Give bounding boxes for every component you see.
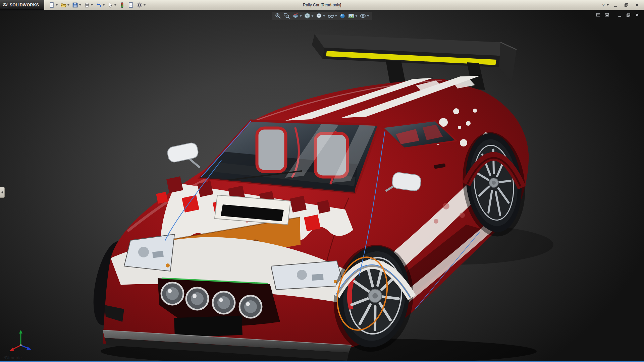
next-document-window-button[interactable]: [603, 12, 610, 18]
dropdown-caret[interactable]: [91, 4, 93, 6]
save-icon: [72, 2, 78, 8]
taskbar-edge: [0, 361, 644, 362]
right-headlight[interactable]: [271, 261, 344, 290]
view-orientation-icon: [304, 13, 311, 19]
dropdown-caret[interactable]: [56, 4, 58, 6]
dropdown-caret[interactable]: [144, 4, 146, 6]
select-button[interactable]: [106, 1, 117, 9]
graphics-area[interactable]: 2012: [0, 10, 644, 361]
main-toolbar: [44, 0, 147, 10]
dropdown-caret[interactable]: [367, 15, 369, 17]
file-properties-icon: [128, 2, 134, 8]
open-document-icon: [60, 2, 66, 8]
dropdown-caret[interactable]: [79, 4, 81, 6]
view-settings-icon: [360, 13, 366, 19]
rally-car-model[interactable]: 2012: [0, 10, 644, 361]
display-style-button[interactable]: [315, 12, 326, 19]
undo-button[interactable]: [95, 1, 106, 9]
solidworks-logo: 3S SOLIDWORKS: [0, 0, 44, 10]
license-plate[interactable]: [174, 315, 243, 337]
save-button[interactable]: [71, 1, 82, 9]
next-document-window-icon: [604, 12, 609, 17]
new-document-button[interactable]: [48, 1, 59, 9]
svg-text:?: ?: [602, 3, 604, 7]
driver-seat: [257, 128, 286, 172]
document-restore-icon: [626, 12, 631, 17]
options-button[interactable]: [136, 1, 147, 9]
previous-document-window-icon: [596, 12, 601, 17]
brand-name: SOLIDWORKS: [10, 3, 39, 7]
print-button[interactable]: [83, 1, 94, 9]
rebuild-icon: [119, 2, 125, 8]
apply-scene-button[interactable]: [347, 12, 358, 19]
hide-show-items-button[interactable]: [327, 12, 338, 19]
title-bar: 3S SOLIDWORKS Rally Car [Read-only] ?: [0, 0, 644, 10]
edit-appearance-icon: [339, 13, 346, 19]
collapse-arrow-icon: [1, 191, 3, 194]
help-button[interactable]: ?: [600, 1, 610, 8]
help-icon: ?: [601, 3, 606, 7]
document-restore-button[interactable]: [625, 12, 632, 18]
panel-expand-tab[interactable]: [0, 187, 5, 198]
dropdown-caret[interactable]: [103, 4, 105, 6]
dropdown-caret[interactable]: [607, 4, 609, 6]
document-minimize-icon: [617, 12, 622, 17]
minimize-window-icon: [613, 3, 618, 7]
zoom-to-fit-button[interactable]: [274, 12, 282, 19]
file-properties-button[interactable]: [127, 1, 135, 9]
hide-show-items-icon: [328, 13, 334, 19]
rebuild-button[interactable]: [118, 1, 126, 9]
undo-icon: [96, 2, 102, 8]
dropdown-caret[interactable]: [312, 15, 314, 17]
edit-appearance-button[interactable]: [339, 12, 346, 19]
new-document-icon: [49, 2, 55, 8]
document-title: Rally Car [Read-only]: [303, 0, 341, 10]
document-minimize-button[interactable]: [616, 12, 623, 18]
display-style-icon: [316, 13, 322, 19]
apply-scene-icon: [348, 13, 355, 19]
document-close-button[interactable]: [633, 12, 641, 18]
previous-document-window-button[interactable]: [594, 12, 602, 18]
view-orientation-button[interactable]: [304, 12, 314, 19]
dassault-logo-icon: 3S: [3, 2, 8, 7]
window-controls: ?: [600, 0, 644, 10]
dropdown-caret[interactable]: [323, 15, 325, 17]
dropdown-caret[interactable]: [300, 15, 302, 17]
zoom-to-fit-icon: [275, 13, 281, 19]
view-toolbar: [272, 12, 372, 20]
document-close-icon: [635, 12, 640, 17]
options-icon: [137, 2, 143, 8]
dropdown-caret[interactable]: [114, 4, 116, 6]
open-document-button[interactable]: [59, 1, 70, 9]
print-icon: [84, 2, 90, 8]
minimize-window-button[interactable]: [610, 1, 621, 8]
view-settings-button[interactable]: [359, 12, 370, 19]
section-view-button[interactable]: [292, 12, 303, 19]
doc-window-controls: [594, 12, 641, 18]
dropdown-caret[interactable]: [335, 15, 337, 17]
close-window-icon: [635, 3, 639, 7]
zoom-to-area-button[interactable]: [283, 12, 291, 19]
close-window-button[interactable]: [632, 1, 642, 8]
select-icon: [107, 2, 113, 8]
dropdown-caret[interactable]: [356, 15, 358, 17]
dropdown-caret[interactable]: [67, 4, 69, 6]
restore-window-button[interactable]: [621, 1, 631, 8]
orientation-triad: [9, 330, 31, 351]
view-orientation-label: *Dimetric: [3, 355, 22, 360]
restore-window-icon: [624, 3, 629, 7]
section-view-icon: [292, 13, 299, 19]
zoom-to-area-icon: [284, 13, 290, 19]
